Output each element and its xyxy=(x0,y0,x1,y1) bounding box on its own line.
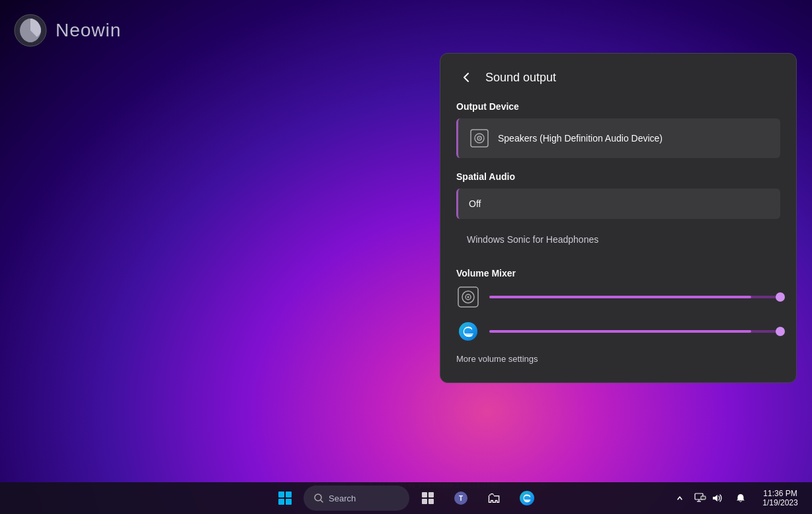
chevron-up-icon xyxy=(676,495,683,501)
volume-mixer-section: Volume Mixer xyxy=(456,268,780,364)
spatial-audio-section: Spatial Audio Off Windows Sonic for Head… xyxy=(456,171,780,255)
neowin-logo: Neowin xyxy=(13,13,121,48)
svg-point-18 xyxy=(520,491,534,505)
speaker-volume-item xyxy=(456,285,780,309)
neowin-logo-icon xyxy=(13,13,48,48)
win-logo-q2 xyxy=(286,492,292,497)
svg-rect-12 xyxy=(422,492,427,497)
more-volume-settings-link[interactable]: More volume settings xyxy=(456,354,780,364)
windows-logo-icon xyxy=(278,492,292,505)
svg-rect-15 xyxy=(428,499,434,504)
search-bar[interactable]: Search xyxy=(304,486,409,511)
start-button[interactable] xyxy=(270,484,300,513)
file-explorer-button[interactable]: 🗂 xyxy=(479,484,508,513)
system-tray: 11:36 PM 1/19/2023 xyxy=(673,482,812,514)
speaker-volume-icon xyxy=(456,285,480,309)
folder-icon: 🗂 xyxy=(487,490,501,507)
spatial-off-option[interactable]: Off xyxy=(456,189,780,219)
svg-point-4 xyxy=(479,138,480,139)
teams-icon: T xyxy=(453,490,469,506)
notification-button[interactable] xyxy=(730,486,751,510)
edge-button[interactable] xyxy=(512,484,542,513)
search-icon xyxy=(314,493,323,503)
clock-time: 11:36 PM xyxy=(763,489,797,498)
spatial-windows-sonic-option[interactable]: Windows Sonic for Headphones xyxy=(456,224,780,255)
panel-title: Sound output xyxy=(485,71,556,85)
search-label: Search xyxy=(329,493,356,503)
volume-mixer-label: Volume Mixer xyxy=(456,268,780,278)
task-view-button[interactable] xyxy=(413,484,442,513)
taskbar: Search T 🗂 xyxy=(0,482,812,514)
notification-icon xyxy=(735,493,746,503)
device-name: Speakers (High Definition Audio Device) xyxy=(498,133,663,144)
taskbar-center: Search T 🗂 xyxy=(270,484,542,513)
spatial-audio-label: Spatial Audio xyxy=(456,171,780,182)
show-hidden-icons-button[interactable] xyxy=(673,486,686,510)
display-icon xyxy=(694,492,706,504)
edge-volume-icon xyxy=(456,320,480,343)
back-button[interactable] xyxy=(456,67,477,88)
speaker-icon xyxy=(469,128,490,149)
panel-header: Sound output xyxy=(456,67,780,88)
clock-date: 1/19/2023 xyxy=(762,498,797,507)
edge-volume-item xyxy=(456,320,780,343)
task-view-icon xyxy=(421,492,434,505)
teams-button[interactable]: T xyxy=(446,484,475,513)
edge-taskbar-icon xyxy=(519,490,535,506)
svg-line-11 xyxy=(321,500,323,502)
sound-output-panel: Sound output Output Device Speakers (Hig… xyxy=(440,53,797,383)
svg-rect-14 xyxy=(422,499,427,504)
svg-point-8 xyxy=(467,296,469,298)
output-device-label: Output Device xyxy=(456,101,780,112)
spatial-off-text: Off xyxy=(469,198,481,209)
win-logo-q4 xyxy=(286,499,292,505)
neowin-text: Neowin xyxy=(56,20,121,41)
edge-slider[interactable] xyxy=(489,330,780,333)
spatial-windows-sonic-text: Windows Sonic for Headphones xyxy=(467,234,598,245)
svg-point-9 xyxy=(459,322,477,341)
svg-rect-13 xyxy=(428,492,434,497)
win-logo-q1 xyxy=(278,492,284,497)
svg-rect-22 xyxy=(701,496,706,499)
svg-text:T: T xyxy=(459,495,463,502)
device-item[interactable]: Speakers (High Definition Audio Device) xyxy=(456,118,780,158)
clock-area[interactable]: 11:36 PM 1/19/2023 xyxy=(754,488,807,509)
win-logo-q3 xyxy=(278,499,284,505)
speaker-slider[interactable] xyxy=(489,296,780,298)
volume-icon xyxy=(710,492,722,504)
tray-icons-group[interactable] xyxy=(689,490,727,507)
